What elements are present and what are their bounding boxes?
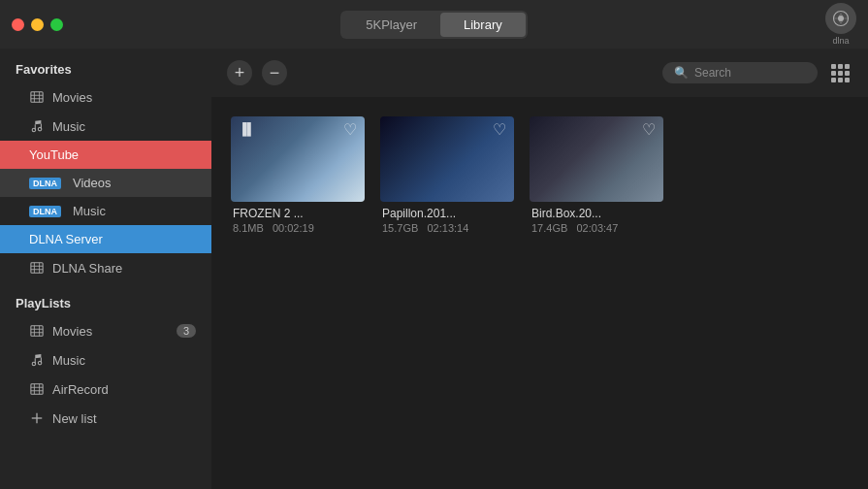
dlna-label: dlna [832, 36, 849, 46]
dlna-server-label: DLNA Server [29, 232, 103, 246]
titlebar: 5KPlayer Library dlna [0, 0, 868, 49]
content-toolbar: + − 🔍 [211, 49, 868, 97]
media-name-papillon: Papillon.201... [382, 207, 512, 220]
dlna-music-label: Music [73, 204, 106, 218]
favorite-button-papillon[interactable]: ♡ [493, 122, 506, 138]
close-button[interactable] [12, 18, 24, 31]
add-button[interactable]: + [227, 60, 252, 85]
media-card-frozen[interactable]: ▐▌ ♡ FROZEN 2 ... 8.1MB 00:02:19 [231, 116, 365, 470]
dlna-svg-icon [832, 10, 850, 27]
search-icon: 🔍 [674, 66, 689, 80]
tab-group: 5KPlayer Library [340, 11, 528, 39]
svg-rect-15 [31, 326, 43, 337]
traffic-lights [12, 18, 63, 31]
sidebar-item-dlna-music[interactable]: DLNA Music [0, 197, 211, 225]
music-icon [29, 118, 45, 134]
airrecord-label: AirRecord [52, 382, 109, 397]
sidebar-item-airrecord[interactable]: AirRecord [0, 375, 211, 404]
add-list-icon [29, 410, 45, 426]
media-meta-frozen: 8.1MB 00:02:19 [233, 222, 363, 234]
playlist-music-icon [29, 352, 45, 368]
thumbnail-frozen: ▐▌ ♡ [231, 116, 365, 202]
playlist-music-label: Music [52, 353, 85, 368]
airrecord-icon [29, 381, 45, 397]
favorite-button-birdbox[interactable]: ♡ [642, 122, 656, 138]
sidebar-item-dlna-share[interactable]: DLNA Share [0, 253, 211, 282]
search-input[interactable] [694, 66, 806, 80]
remove-button[interactable]: − [262, 60, 287, 85]
svg-rect-1 [31, 92, 43, 103]
maximize-button[interactable] [50, 18, 63, 31]
movies-label: Movies [52, 90, 92, 105]
dlna-icon[interactable] [825, 3, 856, 34]
media-meta-birdbox: 17.4GB 02:03:47 [531, 222, 661, 234]
sidebar-item-dlna-videos[interactable]: DLNA Videos [0, 169, 211, 197]
thumbnail-papillon: ♡ [380, 116, 514, 202]
media-name-birdbox: Bird.Box.20... [531, 207, 661, 220]
share-icon [29, 260, 45, 276]
sidebar-item-youtube[interactable]: YouTube [0, 141, 211, 169]
playlist-movies-label: Movies [52, 324, 92, 339]
bar-chart-icon: ▐▌ [239, 122, 255, 136]
svg-rect-10 [31, 263, 43, 274]
sidebar-item-dlna-server[interactable]: DLNA Server [0, 225, 211, 253]
youtube-label: YouTube [29, 147, 79, 162]
dlna-share-label: DLNA Share [52, 261, 122, 276]
media-grid: ▐▌ ♡ FROZEN 2 ... 8.1MB 00:02:19 ♡ [211, 97, 868, 489]
media-card-papillon[interactable]: ♡ Papillon.201... 15.7GB 02:13:14 [380, 116, 514, 470]
search-box: 🔍 [662, 62, 818, 83]
tab-5kplayer[interactable]: 5KPlayer [342, 13, 440, 37]
sidebar-item-playlist-movies[interactable]: Movies 3 [0, 316, 211, 345]
favorite-button-frozen[interactable]: ♡ [343, 122, 357, 138]
dlna-icon-area: dlna [825, 3, 856, 46]
grid-dots-icon [831, 64, 850, 82]
grid-view-button[interactable] [827, 60, 852, 85]
sidebar-item-music[interactable]: Music [0, 112, 211, 141]
content-area: + − 🔍 [211, 49, 868, 489]
sidebar: Favorites Movies Music YouTube DLNA Vide… [0, 49, 211, 489]
playlist-movies-badge: 3 [177, 324, 196, 338]
thumbnail-birdbox: ♡ [530, 116, 663, 202]
playlist-movies-icon [29, 323, 45, 339]
main-layout: Favorites Movies Music YouTube DLNA Vide… [0, 49, 868, 489]
playlists-section-label: PlayLists [0, 282, 211, 316]
music-label: Music [52, 119, 85, 134]
favorites-section-label: Favorites [0, 49, 211, 82]
svg-rect-24 [31, 384, 43, 395]
sidebar-item-new-list[interactable]: New list [0, 404, 211, 433]
movies-icon [29, 89, 45, 105]
sidebar-item-movies[interactable]: Movies [0, 82, 211, 112]
minimize-button[interactable] [31, 18, 44, 31]
sidebar-item-playlist-music[interactable]: Music [0, 345, 211, 375]
tab-library[interactable]: Library [440, 13, 526, 37]
media-meta-papillon: 15.7GB 02:13:14 [382, 222, 512, 234]
media-name-frozen: FROZEN 2 ... [233, 207, 363, 220]
dlna-tag-music: DLNA [29, 206, 61, 217]
dlna-tag-videos: DLNA [29, 178, 61, 189]
media-card-birdbox[interactable]: ♡ Bird.Box.20... 17.4GB 02:03:47 [530, 116, 663, 470]
dlna-videos-label: Videos [73, 176, 112, 190]
new-list-label: New list [52, 411, 97, 426]
